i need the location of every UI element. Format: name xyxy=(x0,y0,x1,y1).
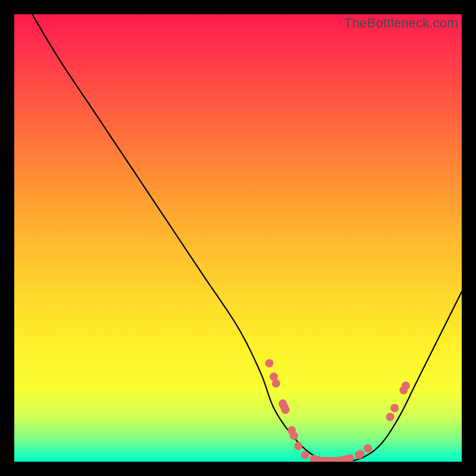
data-marker xyxy=(290,431,298,440)
data-marker xyxy=(295,442,303,450)
bottleneck-curve xyxy=(32,14,462,462)
data-marker xyxy=(346,454,354,462)
chart-frame: TheBottleneck.com xyxy=(14,14,462,462)
data-marker xyxy=(390,404,399,412)
data-marker xyxy=(301,451,309,459)
data-marker xyxy=(356,450,364,458)
data-markers xyxy=(265,359,410,462)
data-marker xyxy=(386,413,394,421)
data-marker xyxy=(281,406,290,414)
data-marker xyxy=(272,379,280,387)
data-marker xyxy=(265,359,274,368)
data-marker xyxy=(402,381,410,390)
bottleneck-curve-chart xyxy=(14,14,462,462)
watermark-text: TheBottleneck.com xyxy=(344,15,458,31)
plot-area xyxy=(14,14,462,462)
data-marker xyxy=(364,444,372,452)
